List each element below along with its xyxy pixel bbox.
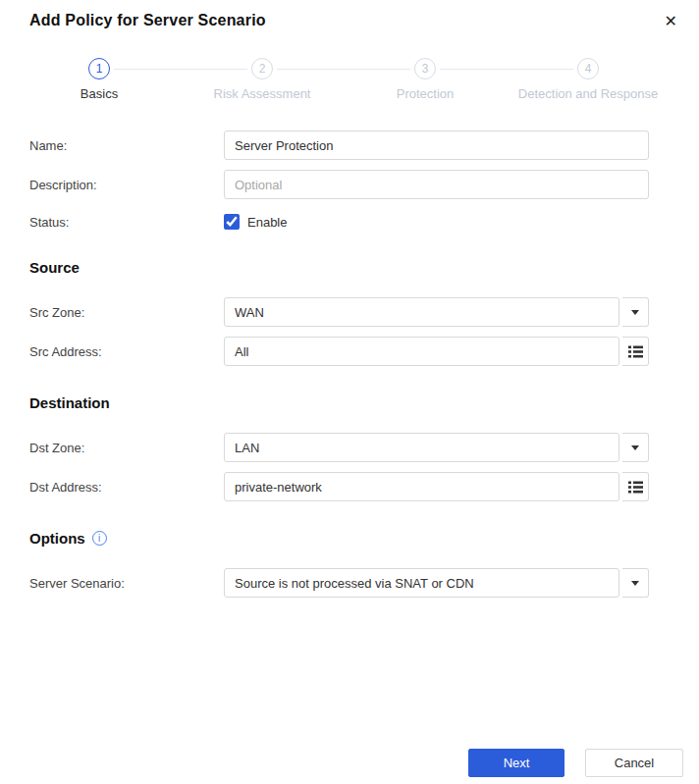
options-section-header: Options i xyxy=(29,530,699,547)
src-address-input[interactable] xyxy=(224,337,619,366)
step-detection-response: 4 Detection and Response xyxy=(507,58,670,101)
src-zone-dropdown-button[interactable] xyxy=(622,297,649,327)
source-section-header: Source xyxy=(29,259,699,276)
step-circle-2[interactable]: 2 xyxy=(251,58,273,79)
step-circle-3[interactable]: 3 xyxy=(414,58,436,79)
step-label-protection: Protection xyxy=(344,86,507,101)
server-scenario-dropdown-button[interactable] xyxy=(622,568,649,598)
step-label-risk-assessment: Risk Assessment xyxy=(181,86,344,101)
dialog-title: Add Policy for Server Scenario xyxy=(29,12,266,29)
policy-form: Name: Description: Status: Enable Source… xyxy=(29,131,699,598)
info-icon[interactable]: i xyxy=(92,531,107,546)
dialog-header: Add Policy for Server Scenario ✕ xyxy=(0,0,699,31)
src-zone-label: Src Zone: xyxy=(29,305,224,320)
chevron-down-icon xyxy=(631,445,639,450)
enable-checkbox-label: Enable xyxy=(247,215,287,230)
server-scenario-row: Server Scenario: xyxy=(29,568,699,598)
description-input[interactable] xyxy=(224,170,649,199)
chevron-down-icon xyxy=(631,310,639,315)
dst-address-label: Dst Address: xyxy=(29,480,224,495)
src-address-row: Src Address: xyxy=(29,337,699,366)
dst-zone-dropdown-button[interactable] xyxy=(622,433,649,462)
src-address-label: Src Address: xyxy=(29,344,224,359)
dst-zone-label: Dst Zone: xyxy=(29,441,224,455)
step-risk-assessment: 2 Risk Assessment xyxy=(181,58,344,101)
list-icon xyxy=(628,481,643,494)
list-icon xyxy=(628,345,643,358)
server-scenario-select[interactable] xyxy=(224,568,619,598)
status-row: Status: Enable xyxy=(29,213,699,231)
step-protection: 3 Protection xyxy=(344,58,507,101)
options-section-title: Options xyxy=(29,530,85,547)
name-label: Name: xyxy=(29,138,224,153)
cancel-button[interactable]: Cancel xyxy=(585,749,683,777)
name-row: Name: xyxy=(29,131,699,160)
server-scenario-label: Server Scenario: xyxy=(29,576,224,591)
destination-section-header: Destination xyxy=(29,394,699,411)
enable-checkbox[interactable] xyxy=(224,214,240,230)
dialog-footer: Next Cancel xyxy=(468,749,683,777)
step-circle-1[interactable]: 1 xyxy=(88,58,110,79)
destination-section-title: Destination xyxy=(29,394,110,411)
step-label-basics: Basics xyxy=(18,86,181,101)
src-address-list-button[interactable] xyxy=(622,337,649,366)
close-icon: ✕ xyxy=(665,13,677,29)
status-label: Status: xyxy=(29,215,224,230)
chevron-down-icon xyxy=(631,581,639,586)
src-zone-select[interactable] xyxy=(224,297,619,327)
source-section-title: Source xyxy=(29,259,80,276)
dst-zone-row: Dst Zone: xyxy=(29,433,699,462)
description-label: Description: xyxy=(29,178,224,192)
name-input[interactable] xyxy=(224,131,649,160)
src-zone-row: Src Zone: xyxy=(29,297,699,327)
dst-address-input[interactable] xyxy=(224,472,619,501)
step-label-detection-response: Detection and Response xyxy=(507,86,670,101)
dst-zone-select[interactable] xyxy=(224,433,619,462)
next-button[interactable]: Next xyxy=(468,749,565,777)
description-row: Description: xyxy=(29,170,699,199)
wizard-stepper: 1 Basics 2 Risk Assessment 3 Protection … xyxy=(18,58,670,101)
close-button[interactable]: ✕ xyxy=(661,12,681,31)
dst-address-list-button[interactable] xyxy=(622,472,649,501)
dst-address-row: Dst Address: xyxy=(29,472,699,501)
step-circle-4[interactable]: 4 xyxy=(577,58,599,79)
step-basics: 1 Basics xyxy=(18,58,181,101)
add-policy-dialog: Add Policy for Server Scenario ✕ 1 Basic… xyxy=(0,0,699,784)
